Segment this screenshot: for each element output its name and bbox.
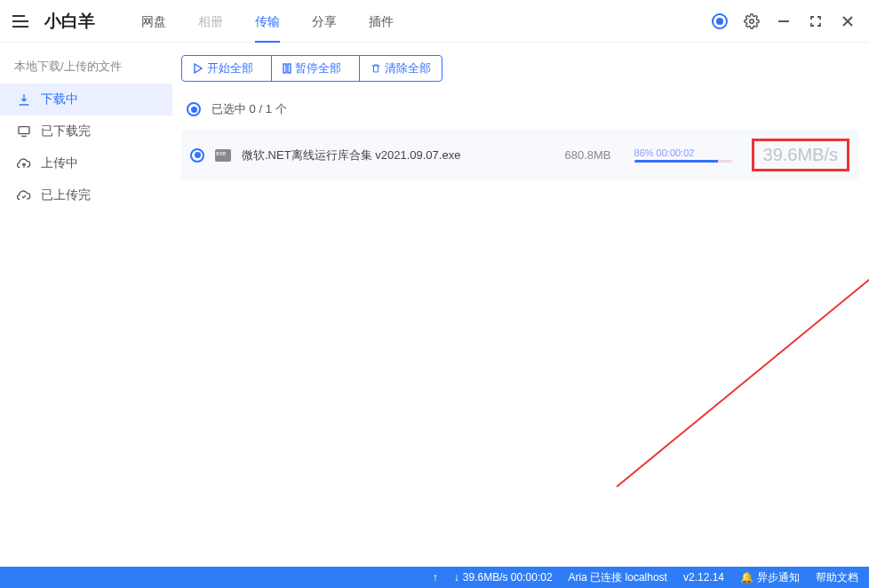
menu-toggle-button[interactable] (12, 11, 34, 32)
svg-rect-7 (288, 64, 291, 73)
svg-line-8 (617, 203, 869, 487)
pause-all-label: 暂停全部 (295, 60, 341, 76)
speed-value: 39.6MB/s (763, 145, 838, 164)
file-row[interactable]: 微软.NET离线运行库合集 v2021.09.07.exe 680.8MB 86… (181, 130, 858, 180)
sidebar-header: 本地下载/上传的文件 (0, 53, 172, 83)
selection-row: 已选中 0 / 1 个 (181, 96, 858, 123)
svg-point-0 (750, 19, 754, 23)
sidebar-item-uploaded[interactable]: 已上传完 (0, 179, 172, 211)
sidebar-item-label: 下载中 (41, 91, 78, 107)
status-help[interactable]: 帮助文档 (816, 570, 858, 585)
trash-icon (371, 63, 381, 74)
toolbar: 开始全部 暂停全部 清除全部 (181, 55, 442, 82)
titlebar: 小白羊 网盘 相册 传输 分享 插件 (0, 0, 869, 43)
upload-arrow-icon: ↑ (433, 571, 438, 584)
status-notify[interactable]: 🔔异步通知 (740, 570, 800, 585)
sidebar-item-downloaded[interactable]: 已下载完 (0, 115, 172, 147)
minimize-icon[interactable] (775, 12, 793, 30)
settings-icon[interactable] (743, 12, 761, 30)
pause-all-button[interactable]: 暂停全部 (271, 56, 352, 81)
app-title: 小白羊 (44, 10, 95, 33)
file-name: 微软.NET离线运行库合集 v2021.09.07.exe (242, 147, 530, 163)
sidebar-item-uploading[interactable]: 上传中 (0, 147, 172, 179)
window-controls (711, 12, 857, 30)
sidebar: 本地下载/上传的文件 下载中 已下载完 上传中 已上传完 (0, 43, 172, 567)
play-icon (193, 63, 203, 74)
status-version: v2.12.14 (683, 571, 724, 584)
tab-album[interactable]: 相册 (182, 0, 239, 43)
cloud-check-icon (16, 187, 32, 203)
tab-netdisk[interactable]: 网盘 (125, 0, 182, 43)
file-select-radio[interactable] (190, 148, 204, 163)
annotation-arrow (395, 167, 869, 549)
svg-rect-4 (19, 127, 29, 134)
close-icon[interactable] (839, 12, 857, 30)
clear-all-label: 清除全部 (385, 60, 431, 76)
status-aria[interactable]: Aria 已连接 localhost (569, 570, 667, 585)
sidebar-item-downloading[interactable]: 下载中 (0, 83, 172, 115)
monitor-icon (16, 123, 32, 139)
speed-highlight-box: 39.6MB/s (752, 139, 849, 171)
record-icon[interactable] (711, 12, 729, 30)
progress-bar (634, 160, 732, 163)
tab-transfer[interactable]: 传输 (239, 0, 296, 43)
main-tabs: 网盘 相册 传输 分享 插件 (125, 0, 410, 43)
file-size: 680.8MB (540, 148, 611, 162)
main-panel: 开始全部 暂停全部 清除全部 已选中 0 / 1 个 微软.NET离线运行库合集… (172, 43, 869, 567)
start-all-button[interactable]: 开始全部 (182, 56, 264, 81)
clear-all-button[interactable]: 清除全部 (359, 56, 442, 81)
sidebar-item-label: 已下载完 (41, 123, 91, 139)
tab-share[interactable]: 分享 (296, 0, 353, 43)
bell-icon: 🔔 (740, 571, 753, 584)
progress-fill (634, 160, 719, 163)
maximize-icon[interactable] (807, 12, 825, 30)
progress-text: 86% 00:00:02 (634, 147, 732, 158)
sidebar-item-label: 上传中 (41, 155, 78, 171)
status-upload: ↑ (433, 571, 438, 584)
statusbar: ↑ ↓39.6MB/s 00:00:02 Aria 已连接 localhost … (0, 567, 869, 588)
sidebar-item-label: 已上传完 (41, 187, 91, 203)
select-all-radio[interactable] (187, 102, 201, 116)
progress-wrap: 86% 00:00:02 (634, 147, 732, 163)
download-icon (16, 91, 32, 107)
download-arrow-icon: ↓ (454, 571, 459, 584)
tab-plugin[interactable]: 插件 (353, 0, 410, 43)
start-all-label: 开始全部 (207, 60, 253, 76)
exe-file-icon (215, 149, 231, 162)
status-download: ↓39.6MB/s 00:00:02 (454, 571, 553, 584)
pause-icon (283, 63, 291, 74)
cloud-upload-icon (16, 155, 32, 171)
selection-label: 已选中 0 / 1 个 (211, 101, 287, 117)
svg-rect-6 (283, 64, 286, 73)
